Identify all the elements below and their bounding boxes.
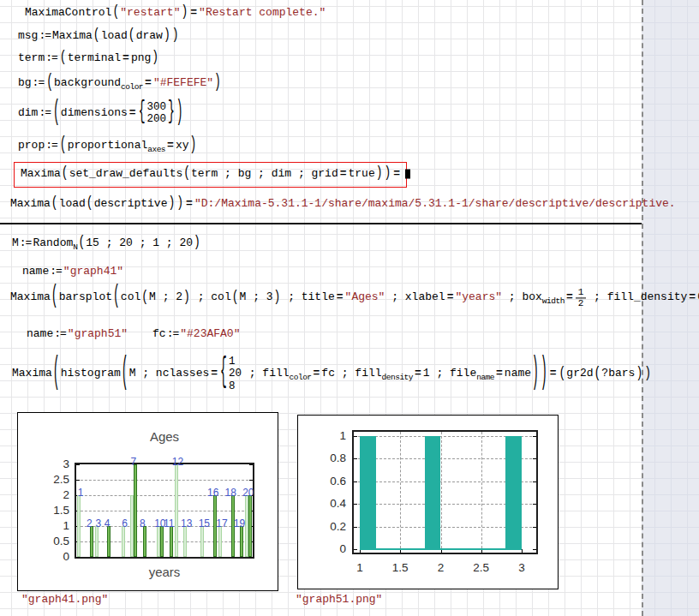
equals-operator: = xyxy=(143,77,153,90)
caption-graph51-png[interactable]: "graph51.png" xyxy=(296,594,382,607)
expr-load-descriptive[interactable]: Maxima(load(descriptive))="D:/Maxima-5.3… xyxy=(10,198,676,211)
expr-barsplot[interactable]: Maxima(barsplot(col(M ; 2) ; col(M ; 3) … xyxy=(10,287,699,308)
fraction-denominator: 2 xyxy=(578,299,584,309)
expr-histogram[interactable]: Maxima(histogram(M ; nclasses={1208 ; fi… xyxy=(12,355,652,393)
bracket: ) xyxy=(540,353,548,397)
bracket: ( xyxy=(140,290,149,307)
equals-operator: = xyxy=(445,292,456,305)
plot1-xlabel: years xyxy=(75,565,254,579)
code-text: histogram xyxy=(61,368,121,381)
code-text: term xyxy=(18,52,45,65)
string-literal: "restart" xyxy=(120,7,180,20)
expr-bg[interactable]: bg:=(backgroundcolor="#FEFEFE") xyxy=(18,77,222,90)
bar xyxy=(143,526,146,557)
code-text: name xyxy=(27,328,53,341)
assign-operator: := xyxy=(166,328,181,341)
expr-random-matrix[interactable]: M:=RandomN(15 ; 20 ; 1 ; 20) xyxy=(12,237,201,250)
grid-line xyxy=(76,480,253,481)
code-text: png xyxy=(131,52,151,65)
code-text: descriptive xyxy=(94,198,168,211)
equals-operator: = xyxy=(188,7,199,20)
bracket: { xyxy=(219,355,228,394)
equals-operator: = xyxy=(391,168,402,181)
code-text: barsplot xyxy=(59,292,112,305)
assign-operator: := xyxy=(45,140,59,153)
equals-operator: = xyxy=(548,368,559,381)
bracket: ( xyxy=(111,4,120,21)
code-text: M ; nclasses xyxy=(129,368,210,381)
bracket: } xyxy=(167,99,176,128)
y-tick-label: 1 xyxy=(314,429,346,442)
bracket: ) xyxy=(182,290,191,307)
code-text: terminal xyxy=(68,52,121,65)
expr-msg-load-draw[interactable]: msg:=Maxima(load(draw)) xyxy=(18,30,180,43)
expr-set-draw-defaults[interactable]: Maxima(set_draw_defaults(term ; bg ; dim… xyxy=(21,168,410,181)
bracket: ( xyxy=(59,50,68,67)
y-tick-label: 2 xyxy=(37,488,69,501)
tick-mark xyxy=(249,480,253,481)
tick-mark xyxy=(249,557,253,558)
bracket: ) xyxy=(193,235,201,252)
y-tick-label: 0.6 xyxy=(314,475,346,487)
bracket: { xyxy=(138,99,146,128)
code-text: Maxima xyxy=(12,368,52,381)
plot-graph51[interactable]: 00.20.40.60.8111.522.53 xyxy=(297,415,559,589)
fraction-numerator: 1 xyxy=(576,287,587,298)
expr-name-graph51-fc[interactable]: name:="graph51"fc:="#23AFA0" xyxy=(27,328,240,341)
tick-mark xyxy=(533,504,536,505)
equals-operator: = xyxy=(128,107,138,120)
grid-line xyxy=(441,432,442,553)
code-text: name xyxy=(22,266,49,278)
string-literal: "#FEFEFE" xyxy=(153,77,213,90)
bracket: ( xyxy=(59,135,68,156)
bracket: ) xyxy=(531,353,540,397)
bracket: ( xyxy=(594,366,602,383)
subscript: color xyxy=(290,374,312,384)
bracket: ) xyxy=(643,366,652,383)
code-text: ; fill_density xyxy=(587,292,687,305)
assign-operator: := xyxy=(38,107,52,120)
code-text: M ; 2 xyxy=(149,292,182,305)
tick-mark xyxy=(76,557,80,558)
bar-label: 4 xyxy=(98,518,116,529)
code-text: Maxima xyxy=(10,198,51,211)
plot-graph41[interactable]: Ages 123467810111213151617181920 years 0… xyxy=(17,412,278,591)
expr-maxima-control[interactable]: MaximaControl("restart")="Restart comple… xyxy=(25,7,326,20)
x-tick-label: 1 xyxy=(349,561,371,574)
expr-name-graph41[interactable]: name:="graph41" xyxy=(22,266,123,278)
code-text: dim xyxy=(18,107,38,120)
equals-operator: = xyxy=(312,368,322,381)
code-text: set_draw_defaults xyxy=(69,168,183,181)
code-text: load xyxy=(59,198,86,211)
bar xyxy=(425,436,441,549)
bar-label: 11 xyxy=(159,518,178,529)
expr-prop[interactable]: prop:=(proportionalaxes=xy) xyxy=(18,140,197,153)
bar xyxy=(218,526,222,557)
y-tick-label: 3 xyxy=(37,458,69,470)
code-text: fc xyxy=(152,328,166,341)
grid-line xyxy=(76,511,253,511)
caption-graph41-png[interactable]: "graph41.png" xyxy=(21,594,108,607)
bracket: ( xyxy=(52,97,61,130)
bar xyxy=(360,436,376,549)
bracket: ( xyxy=(128,27,136,45)
column-vector: 300200 xyxy=(146,100,167,127)
x-tick-label: 2.5 xyxy=(470,561,493,574)
equals-operator: = xyxy=(335,292,345,305)
bar-label: 17 xyxy=(212,518,231,529)
vector-item: 1 xyxy=(229,356,236,368)
bar xyxy=(134,464,137,557)
equals-operator: = xyxy=(338,168,349,181)
bar-label: 19 xyxy=(230,518,249,529)
expr-term[interactable]: term:=(terminal=png) xyxy=(18,52,159,65)
bracket: ( xyxy=(182,165,191,182)
bar xyxy=(122,526,125,557)
assign-operator: := xyxy=(38,30,52,43)
code-text: name xyxy=(505,368,531,381)
expr-dim[interactable]: dim:=(dimensions={300200}) xyxy=(18,100,184,127)
bracket: ( xyxy=(93,27,101,45)
plot2-axes-box xyxy=(352,430,538,554)
string-literal: "years" xyxy=(455,292,502,305)
subscript: name xyxy=(476,374,494,384)
tick-mark xyxy=(76,464,80,465)
